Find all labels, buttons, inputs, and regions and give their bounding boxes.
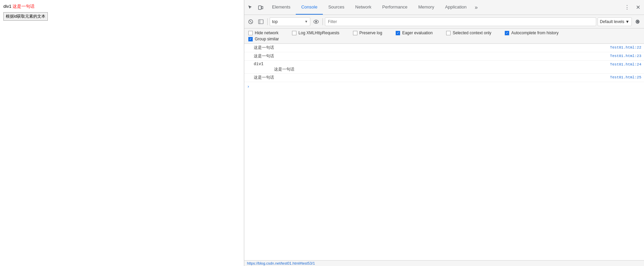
console-row-3: div1 Test01.html:24 这是一句话 xyxy=(244,61,644,74)
context-dropdown-arrow: ▼ xyxy=(305,20,308,23)
sidebar-icon xyxy=(258,19,264,24)
svg-point-9 xyxy=(637,21,638,22)
console-row-1-text: 这是一句话 xyxy=(254,45,607,51)
console-row-3-subtext: 这是一句话 xyxy=(254,66,641,72)
option-selected-context[interactable]: Selected context only xyxy=(446,31,491,35)
webpage-panel: div1 这是一句话 根据id获取元素的文本 xyxy=(0,0,244,266)
option-group-similar[interactable]: Group similar xyxy=(248,37,640,41)
tab-list: Elements Console Sources Network Perform… xyxy=(267,0,622,15)
tab-application[interactable]: Application xyxy=(440,0,472,15)
console-toolbar: top ▼ Default levels ▼ xyxy=(244,15,644,28)
console-row-2-text: 这是一句话 xyxy=(254,53,607,59)
console-row-4-link[interactable]: Test01.html:25 xyxy=(610,75,641,79)
clear-icon xyxy=(248,19,253,24)
clear-console-button[interactable] xyxy=(246,17,255,26)
inspect-element-button[interactable] xyxy=(246,3,255,12)
group-similar-checkbox[interactable] xyxy=(248,37,253,41)
context-selector[interactable]: top ▼ xyxy=(270,17,310,26)
cursor-icon xyxy=(248,5,253,10)
option-autocomplete[interactable]: Autocomplete from history xyxy=(505,31,558,35)
console-row-2-link[interactable]: Test01.html:23 xyxy=(610,54,641,58)
toolbar-separator xyxy=(267,18,268,25)
tab-performance[interactable]: Performance xyxy=(377,0,413,15)
hide-network-label: Hide network xyxy=(255,31,278,35)
svg-rect-0 xyxy=(258,6,261,10)
webpage-div1: div1 这是一句话 xyxy=(3,3,241,10)
console-prompt: › xyxy=(244,82,644,91)
console-settings-button[interactable] xyxy=(633,17,642,26)
live-expressions-button[interactable] xyxy=(312,17,320,26)
console-output: 这是一句话 Test01.html:22 这是一句话 Test01.html:2… xyxy=(244,44,644,260)
tab-elements[interactable]: Elements xyxy=(267,0,296,15)
console-row-4-text: 这是一句话 xyxy=(254,75,607,81)
show-sidebar-button[interactable] xyxy=(256,17,265,26)
preserve-log-checkbox[interactable] xyxy=(353,31,357,35)
log-xml-checkbox[interactable] xyxy=(292,31,296,35)
console-row-2: 这是一句话 Test01.html:23 xyxy=(244,52,644,61)
console-row-3-header: div1 Test01.html:24 xyxy=(254,62,641,66)
console-row-1-link[interactable]: Test01.html:22 xyxy=(610,45,641,50)
eager-eval-checkbox[interactable] xyxy=(396,31,400,35)
gear-icon xyxy=(635,19,640,24)
console-row-3-link[interactable]: Test01.html:24 xyxy=(610,62,641,66)
option-preserve-log[interactable]: Preserve log xyxy=(353,31,382,35)
svg-line-3 xyxy=(250,21,252,23)
svg-rect-4 xyxy=(258,20,263,24)
tab-memory[interactable]: Memory xyxy=(413,0,440,15)
autocomplete-label: Autocomplete from history xyxy=(511,31,558,35)
filter-input[interactable] xyxy=(325,17,596,26)
more-options-button[interactable]: ⋮ xyxy=(622,3,632,12)
div1-chinese-text: 这是一句话 xyxy=(13,4,35,9)
prompt-arrow: › xyxy=(247,84,250,89)
toolbar-left-icons xyxy=(246,3,265,12)
toolbar-right: ⋮ ✕ xyxy=(622,3,643,12)
console-row-4: 这是一句话 Test01.html:25 xyxy=(244,74,644,82)
console-input[interactable] xyxy=(252,84,641,89)
console-row-1: 这是一句话 Test01.html:22 xyxy=(244,44,644,52)
device-toolbar-button[interactable] xyxy=(256,3,265,12)
devtools-toolbar: Elements Console Sources Network Perform… xyxy=(244,0,644,15)
option-log-xml[interactable]: Log XMLHttpRequests xyxy=(292,31,339,35)
div1-label: div1 xyxy=(3,4,12,9)
tab-console[interactable]: Console xyxy=(296,0,323,15)
preserve-log-label: Preserve log xyxy=(359,31,382,35)
devtools-panel: Elements Console Sources Network Perform… xyxy=(244,0,644,266)
selected-context-label: Selected context only xyxy=(453,31,491,35)
levels-selector[interactable]: Default levels ▼ xyxy=(598,17,632,26)
group-similar-label: Group similar xyxy=(255,37,279,41)
tab-more-button[interactable]: » xyxy=(472,0,480,15)
toolbar-separator-2 xyxy=(323,18,323,25)
statusbar-url[interactable]: https://blog.csdn.net/test01.html#test53… xyxy=(244,260,644,266)
autocomplete-checkbox[interactable] xyxy=(505,31,509,35)
close-devtools-button[interactable]: ✕ xyxy=(633,3,643,12)
option-hide-network[interactable]: Hide network xyxy=(248,31,278,35)
hide-network-checkbox[interactable] xyxy=(248,31,253,35)
svg-point-7 xyxy=(315,21,317,22)
svg-rect-1 xyxy=(262,6,263,9)
tab-sources[interactable]: Sources xyxy=(323,0,350,15)
get-element-button[interactable]: 根据id获取元素的文本 xyxy=(3,12,48,21)
device-icon xyxy=(258,5,263,10)
tab-network[interactable]: Network xyxy=(350,0,377,15)
eager-eval-label: Eager evaluation xyxy=(402,31,433,35)
selected-context-checkbox[interactable] xyxy=(446,31,451,35)
option-eager-eval[interactable]: Eager evaluation xyxy=(396,31,433,35)
eye-icon xyxy=(313,19,319,24)
console-row-3-main-text: div1 xyxy=(254,62,607,66)
options-bar: Hide network Log XMLHttpRequests Preserv… xyxy=(244,28,644,44)
log-xml-label: Log XMLHttpRequests xyxy=(298,31,339,35)
